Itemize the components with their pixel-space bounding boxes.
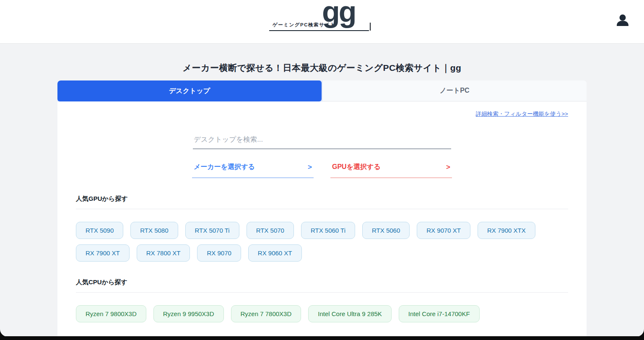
gpu-chip-list: RTX 5090 RTX 5080 RTX 5070 Ti RTX 5070 R… xyxy=(76,222,568,262)
gpu-chip[interactable]: RX 9070 xyxy=(197,244,241,262)
chevron-right-icon: > xyxy=(308,163,312,171)
window-corner-right xyxy=(636,328,644,337)
logo-brand: gg xyxy=(322,0,356,26)
gpu-chip[interactable]: RTX 5090 xyxy=(76,222,123,239)
cpu-chip[interactable]: Ryzen 9 9950X3D xyxy=(153,305,224,322)
bottom-edge-bar xyxy=(0,336,644,340)
cpu-chip[interactable]: Ryzen 7 9800X3D xyxy=(76,305,146,322)
gpu-chip[interactable]: RTX 5070 Ti xyxy=(185,222,239,239)
site-logo[interactable]: ゲーミングPC検索サイト gg xyxy=(269,7,375,39)
popular-cpu-title: 人気CPUから探す xyxy=(76,278,568,293)
popular-gpu-title: 人気GPUから探す xyxy=(76,195,568,209)
cpu-chip[interactable]: Intel Core i7-14700KF xyxy=(399,305,480,322)
tab-note-pc[interactable]: ノートPC xyxy=(322,80,587,101)
gpu-chip[interactable]: RTX 5060 xyxy=(362,222,410,239)
search-input[interactable] xyxy=(193,133,451,149)
card-body: 詳細検索・フィルター機能を使う>> メーカーを選択する > GPUを選択する >… xyxy=(57,101,587,339)
gpu-select-button[interactable]: GPUを選択する > xyxy=(330,159,452,178)
gpu-chip[interactable]: RX 7900 XT xyxy=(76,244,130,262)
selector-row: メーカーを選択する > GPUを選択する > xyxy=(192,159,452,178)
header: ゲーミングPC検索サイト gg xyxy=(0,0,644,44)
popular-cpu-section: 人気CPUから探す Ryzen 7 9800X3D Ryzen 9 9950X3… xyxy=(76,278,568,322)
cpu-chip-list: Ryzen 7 9800X3D Ryzen 9 9950X3D Ryzen 7 … xyxy=(76,305,568,322)
page-title: メーカー横断で探せる！日本最大級のゲーミングPC検索サイト｜gg xyxy=(0,44,644,74)
tab-desktop[interactable]: デスクトップ xyxy=(57,80,322,101)
gpu-chip[interactable]: RX 9060 XT xyxy=(248,244,302,262)
cpu-chip[interactable]: Intel Core Ultra 9 285K xyxy=(308,305,392,322)
cpu-chip[interactable]: Ryzen 7 7800X3D xyxy=(231,305,301,322)
advanced-search-row: 詳細検索・フィルター機能を使う>> xyxy=(76,110,568,118)
gpu-chip[interactable]: RTX 5060 Ti xyxy=(301,222,355,239)
user-account-button[interactable] xyxy=(615,13,631,29)
search-card: デスクトップ ノートPC 詳細検索・フィルター機能を使う>> メーカーを選択する… xyxy=(57,80,587,339)
gpu-chip[interactable]: RX 7800 XT xyxy=(137,244,190,262)
maker-select-button[interactable]: メーカーを選択する > xyxy=(192,159,314,178)
logo-cursor-mark xyxy=(370,23,371,31)
search-area xyxy=(193,133,451,149)
chevron-right-icon: > xyxy=(446,163,450,171)
main-content: メーカー横断で探せる！日本最大級のゲーミングPC検索サイト｜gg デスクトップ … xyxy=(0,44,644,339)
logo-underline xyxy=(269,30,369,31)
popular-gpu-section: 人気GPUから探す RTX 5090 RTX 5080 RTX 5070 Ti … xyxy=(76,195,568,262)
maker-select-label: メーカーを選択する xyxy=(194,163,255,171)
gpu-chip[interactable]: RX 9070 XT xyxy=(417,222,470,239)
category-tabs: デスクトップ ノートPC xyxy=(57,80,587,101)
gpu-chip[interactable]: RX 7900 XTX xyxy=(478,222,535,239)
gpu-select-label: GPUを選択する xyxy=(332,163,381,171)
gpu-chip[interactable]: RTX 5070 xyxy=(247,222,294,239)
user-icon xyxy=(615,23,631,30)
gpu-chip[interactable]: RTX 5080 xyxy=(130,222,178,239)
advanced-search-link[interactable]: 詳細検索・フィルター機能を使う>> xyxy=(476,111,568,117)
window-corner-left xyxy=(0,328,8,337)
